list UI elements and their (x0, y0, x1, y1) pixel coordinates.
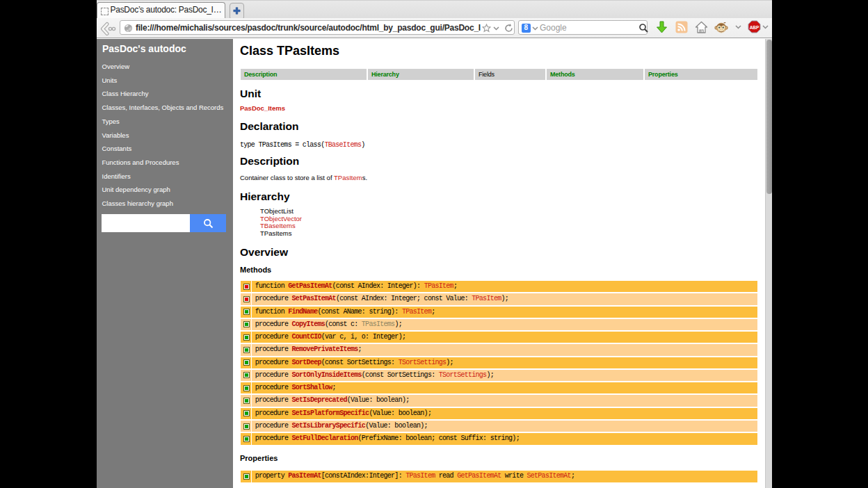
svg-text:ABP: ABP (750, 25, 760, 30)
